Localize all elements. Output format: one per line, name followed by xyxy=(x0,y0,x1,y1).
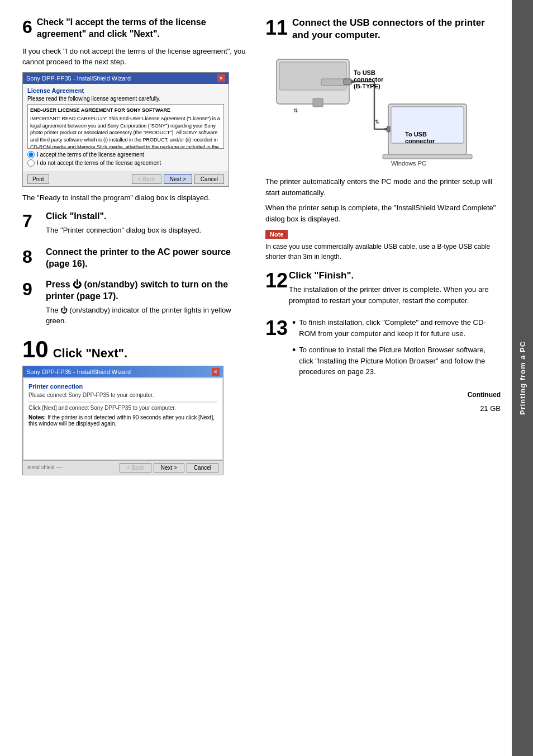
step-10-notes: Notes: If the printer is not detected wi… xyxy=(28,414,217,427)
step-13-bullet-2: • To continue to install the Picture Mot… xyxy=(292,344,501,377)
step-7-title: Click "Install". xyxy=(46,211,201,223)
step-10-back-button[interactable]: < Back xyxy=(120,463,151,472)
step-12-title: Click "Finish". xyxy=(289,270,501,282)
svg-text:⇅: ⇅ xyxy=(375,119,379,125)
continued-label: Continued xyxy=(265,391,501,399)
step-10-divider xyxy=(28,401,217,403)
step-6-scroll-body: IMPORTANT: READ CAREFULLY: This End-User… xyxy=(30,115,221,148)
step-8: 8 Connect the printer to the AC power so… xyxy=(22,247,249,272)
step-6-scroll-header: END-USER LICENSE AGREEMENT FOR SONY SOFT… xyxy=(30,107,221,114)
step-6-cancel-button[interactable]: Cancel xyxy=(194,174,224,184)
step-11-note-body: In case you use commercially available U… xyxy=(265,242,501,262)
svg-rect-4 xyxy=(344,79,351,84)
step-8-title: Connect the printer to the AC power sour… xyxy=(46,247,249,270)
sidebar-label: Printing from a PC xyxy=(512,0,533,756)
svg-rect-16 xyxy=(387,126,390,132)
step-9: 9 Press ⏻ (on/standby) switch to turn on… xyxy=(22,279,249,331)
step-10-subtitle: Please connect Sony DPP-FP35 to your com… xyxy=(28,392,217,398)
step-12-content: Click "Finish". The installation of the … xyxy=(289,270,501,310)
step-6-radio-2[interactable]: I do not accept the terms of the license… xyxy=(27,159,224,167)
step-10-dialog-body: Printer connection Please connect Sony D… xyxy=(24,379,222,459)
step-10-number: 10 xyxy=(22,338,49,361)
page-number: 21 GB xyxy=(265,404,501,413)
usb-diagram-svg: ⇅ To USB connector (B-TYPE) xyxy=(265,48,478,171)
step-6-radio-2-input[interactable] xyxy=(27,159,35,167)
step-6-nav-buttons: < Back Next > Cancel xyxy=(132,174,224,184)
step-6-after: The "Ready to install the program" dialo… xyxy=(22,192,249,204)
step-6-title: Check "I accept the terms of the license… xyxy=(37,17,249,40)
step-11-diagram: ⇅ To USB connector (B-TYPE) xyxy=(265,48,501,173)
svg-text:To USB: To USB xyxy=(405,131,427,138)
step-6-number: 6 xyxy=(22,18,32,36)
step-11: 11 Connect the USB connectors of the pri… xyxy=(265,17,501,262)
svg-rect-15 xyxy=(383,154,472,159)
step-6-radio-1[interactable]: I accept the terms of the license agreem… xyxy=(27,151,224,158)
step-6-radio-1-input[interactable] xyxy=(27,151,35,158)
svg-text:⇅: ⇅ xyxy=(293,107,298,114)
step-6-next-button[interactable]: Next > xyxy=(164,174,192,184)
svg-rect-3 xyxy=(313,98,323,107)
bullet-2-dot: • xyxy=(292,344,296,377)
step-10-notes-label: Notes: xyxy=(28,414,46,420)
step-6-radio-2-label: I do not accept the terms of the license… xyxy=(37,160,161,166)
step-13-bullet-2-text: To continue to install the Picture Motio… xyxy=(299,344,501,377)
svg-text:connector: connector xyxy=(354,76,384,83)
step-10-header: 10 Click "Next". xyxy=(22,338,249,361)
svg-text:(B-TYPE): (B-TYPE) xyxy=(354,83,380,89)
svg-text:connector: connector xyxy=(405,138,435,144)
step-11-title: Connect the USB connectors of the printe… xyxy=(292,17,501,41)
step-10: 10 Click "Next". Sony DPP-FP35 - Install… xyxy=(22,338,249,475)
step-12: 12 Click "Finish". The installation of t… xyxy=(265,270,501,310)
step-13-bullet-1: • To finish installation, click "Complet… xyxy=(292,317,501,339)
svg-text:Windows PC: Windows PC xyxy=(391,160,426,167)
step-8-number: 8 xyxy=(22,248,42,266)
step-10-btns: < Back Next > Cancel xyxy=(120,463,218,472)
step-6-body: If you check "I do not accept the terms … xyxy=(22,46,249,68)
step-11-body2: When the printer setup is complete, the … xyxy=(265,202,501,224)
step-6-dialog-scroll[interactable]: END-USER LICENSE AGREEMENT FOR SONY SOFT… xyxy=(27,104,224,149)
bullet-1-dot: • xyxy=(292,317,296,339)
step-6-radio-1-label: I accept the terms of the license agreem… xyxy=(37,152,144,158)
step-13: 13 • To finish installation, click "Comp… xyxy=(265,317,501,383)
step-7-number: 7 xyxy=(22,212,42,230)
step-10-spacer xyxy=(28,427,217,455)
step-7-body: The "Printer connection" dialog box is d… xyxy=(46,225,201,236)
step-10-cancel-button[interactable]: Cancel xyxy=(187,463,218,472)
step-9-content: Press ⏻ (on/standby) switch to turn on t… xyxy=(46,279,249,331)
step-13-bullets: • To finish installation, click "Complet… xyxy=(292,317,501,383)
step-11-number: 11 xyxy=(265,18,288,38)
step-6-dialog: Sony DPP-FP35 - InstallShield Wizard ✕ L… xyxy=(22,72,229,187)
step-10-notes-text: If the printer is not detected within 90… xyxy=(28,414,215,427)
step-6-back-button[interactable]: < Back xyxy=(132,174,161,184)
step-6-dialog-section: License Agreement xyxy=(27,87,224,94)
step-10-section: Printer connection xyxy=(28,383,217,390)
step-9-body: The ⏻ (on/standby) indicator of the prin… xyxy=(46,305,249,327)
step-10-next-button[interactable]: Next > xyxy=(154,463,184,472)
step-6-dialog-title: Sony DPP-FP35 - InstallShield Wizard xyxy=(26,75,131,82)
step-6-print-button[interactable]: Print xyxy=(27,174,49,184)
step-13-number: 13 xyxy=(265,318,288,338)
step-7-content: Click "Install". The "Printer connection… xyxy=(46,211,201,240)
step-10-dialog-footer: InstallShield ---- < Back Next > Cancel xyxy=(23,460,223,475)
step-10-dialog-title: Sony DPP-FP35 - InstallShield Wizard xyxy=(26,368,131,375)
svg-text:To USB: To USB xyxy=(354,69,375,76)
step-12-number: 12 xyxy=(265,271,285,291)
step-10-dialog-titlebar: Sony DPP-FP35 - InstallShield Wizard ✕ xyxy=(23,366,223,377)
step-10-title: Click "Next". xyxy=(53,346,127,361)
step-7: 7 Click "Install". The "Printer connecti… xyxy=(22,211,249,240)
step-6-radio-area: I accept the terms of the license agreem… xyxy=(27,151,224,167)
step-6-dialog-titlebar: Sony DPP-FP35 - InstallShield Wizard ✕ xyxy=(23,73,229,84)
step-6-dialog-body: License Agreement Please read the follow… xyxy=(23,84,229,172)
step-8-content: Connect the printer to the AC power sour… xyxy=(46,247,249,272)
step-10-dialog-close[interactable]: ✕ xyxy=(212,368,220,376)
step-11-body1: The printer automatically enters the PC … xyxy=(265,176,501,198)
step-10-text: Click [Next] and connect Sony DPP-FP35 t… xyxy=(28,405,217,411)
step-11-note-label: Note xyxy=(265,230,288,239)
step-9-title: Press ⏻ (on/standby) switch to turn on t… xyxy=(46,279,249,303)
step-10-logo: InstallShield ---- xyxy=(27,465,63,470)
step-13-bullet-1-text: To finish installation, click "Complete"… xyxy=(299,317,501,339)
step-6-dialog-close[interactable]: ✕ xyxy=(217,74,225,82)
step-6: 6 Check "I accept the terms of the licen… xyxy=(22,17,249,203)
svg-marker-19 xyxy=(382,127,387,131)
step-6-dialog-subtitle: Please read the following license agreem… xyxy=(27,96,224,102)
